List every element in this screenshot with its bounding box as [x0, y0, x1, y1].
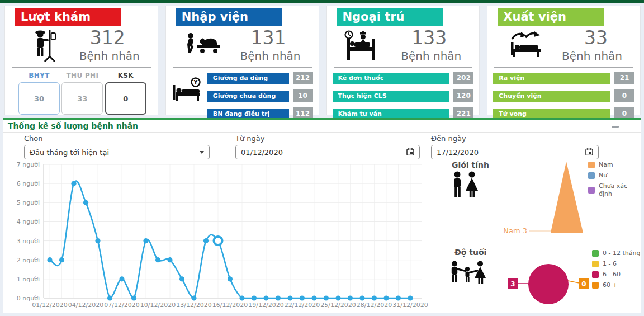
- legend-label: 60 +: [603, 281, 618, 289]
- svg-text:10/12/2020: 10/12/2020: [140, 301, 176, 309]
- legend-swatch: [592, 271, 599, 278]
- svg-text:5 người: 5 người: [17, 199, 40, 206]
- row-value: 0: [614, 89, 634, 102]
- legend-label: 0 - 12 tháng: [603, 249, 640, 257]
- legend-item[interactable]: 0 - 12 tháng: [592, 249, 640, 257]
- legend-swatch: [592, 282, 599, 289]
- statistics-panel: Thống kê số lượng bệnh nhân Chọn Đầu thá…: [3, 118, 641, 313]
- discharge-bed-icon: [509, 30, 543, 62]
- svg-text:04/12/2020: 04/12/2020: [68, 301, 103, 309]
- legend-item[interactable]: Nữ: [588, 172, 641, 180]
- legend-swatch: [588, 187, 595, 194]
- to-date-value: 17/12/2020: [437, 148, 479, 157]
- thu-phi-label: THU PHI: [61, 72, 103, 79]
- card-title-nhap-vien: Nhập viện: [176, 8, 282, 26]
- ksk-label: KSK: [105, 72, 146, 79]
- patient-iv-icon: [32, 29, 56, 64]
- svg-text:4 người: 4 người: [17, 218, 40, 225]
- top-green-bar: [0, 0, 644, 3]
- row-label: Kê đơn thuốc: [333, 73, 450, 84]
- svg-text:2 người: 2 người: [17, 257, 40, 264]
- bed-fee-icon: ¥: [172, 72, 207, 120]
- legend-swatch: [588, 162, 595, 168]
- minimize-icon[interactable]: [612, 126, 619, 128]
- svg-text:22/12/2020: 22/12/2020: [285, 301, 320, 309]
- age-pie-chart[interactable]: 30: [503, 257, 604, 313]
- card-divider: [494, 67, 633, 68]
- stretcher-icon: [185, 32, 222, 60]
- legend-label: 6 - 60: [603, 271, 621, 279]
- svg-text:28/12/2020: 28/12/2020: [357, 301, 392, 309]
- bhyt-label: BHYT: [18, 72, 60, 79]
- row-value: 120: [453, 89, 473, 102]
- legend-item[interactable]: 1 - 6: [592, 260, 640, 268]
- legend-item[interactable]: Chưa xác định: [588, 182, 641, 198]
- to-date-label: Đến ngày: [431, 134, 466, 143]
- row-value: 21: [614, 72, 634, 84]
- card-title-ngoai-tru: Ngoại trú: [337, 8, 443, 26]
- svg-text:25/12/2020: 25/12/2020: [320, 301, 356, 309]
- card-ngoai-tru: Ngoại trú 133 Bệnh nhân Kê đơn: [326, 6, 480, 115]
- gender-funnel-chart[interactable]: Nam 3: [492, 154, 595, 238]
- svg-text:Nam 3: Nam 3: [503, 227, 527, 235]
- ksk-value-box: 0: [105, 82, 146, 115]
- gender-legend: Nam Nữ Chưa xác định: [588, 161, 641, 198]
- outpatient-bed-icon: [343, 30, 380, 64]
- thu-phi-value-box: 33: [61, 82, 103, 115]
- card-nhap-vien: Nhập viện 131 Bệnh nhân: [165, 6, 319, 115]
- svg-text:16/12/2020: 16/12/2020: [212, 301, 248, 309]
- gender-title: Giới tính: [452, 161, 489, 169]
- legend-swatch: [592, 250, 599, 257]
- legend-swatch: [592, 261, 599, 267]
- card-title-luot-kham: Lượt khám: [15, 8, 121, 26]
- svg-text:31/12/2020: 31/12/2020: [392, 301, 428, 309]
- svg-text:3: 3: [510, 280, 515, 288]
- age-title: Độ tuổi: [454, 248, 486, 257]
- row-label: Chuyển viện: [493, 91, 610, 102]
- age-legend: 0 - 12 tháng 1 - 6 6 - 60 60 +: [592, 249, 640, 289]
- svg-text:19/12/2020: 19/12/2020: [248, 301, 283, 309]
- legend-label: 1 - 6: [603, 260, 617, 268]
- svg-text:7 người: 7 người: [17, 161, 40, 168]
- legend-item[interactable]: Nam: [588, 161, 641, 169]
- row-label: Thực hiện CLS: [333, 91, 450, 102]
- legend-label: Nữ: [599, 172, 607, 180]
- legend-item[interactable]: 60 +: [592, 281, 640, 289]
- svg-text:13/12/2020: 13/12/2020: [176, 301, 211, 309]
- patient-count-line-chart[interactable]: 0 người1 người2 người3 người4 người5 ngư…: [3, 120, 433, 314]
- svg-text:07/12/2020: 07/12/2020: [104, 301, 139, 309]
- card-title-xuat-vien: Xuất viện: [498, 8, 604, 26]
- svg-text:6 người: 6 người: [17, 180, 40, 187]
- legend-label: Chưa xác định: [599, 182, 641, 198]
- card-divider: [334, 67, 473, 68]
- summary-cards-row: Lượt khám 312 Bệnh nhân BHYT: [4, 6, 641, 115]
- male-female-icon: [450, 171, 480, 205]
- row-value: 202: [453, 72, 473, 84]
- card-divider: [173, 67, 312, 68]
- legend-swatch: [588, 172, 595, 179]
- card-luot-kham: Lượt khám 312 Bệnh nhân BHYT: [4, 6, 158, 115]
- svg-text:1 người: 1 người: [17, 276, 40, 283]
- svg-text:0: 0: [581, 280, 586, 288]
- bhyt-value-box: 30: [18, 82, 60, 115]
- legend-item[interactable]: 6 - 60: [592, 271, 640, 279]
- row-value: 10: [293, 89, 313, 102]
- svg-text:¥: ¥: [193, 79, 197, 86]
- svg-text:01/12/2020: 01/12/2020: [32, 301, 67, 309]
- row-label: Ra viện: [493, 73, 610, 84]
- card-divider: [12, 67, 151, 68]
- family-icon: [449, 261, 486, 290]
- row-value: 212: [293, 72, 313, 84]
- svg-text:3 người: 3 người: [17, 238, 40, 245]
- legend-label: Nam: [599, 161, 613, 169]
- card-xuat-vien: Xuất viện 33 Bệnh nhân Ra viện2: [487, 6, 641, 115]
- row-label: Giường đã dùng: [207, 73, 289, 84]
- row-label: Giường chưa dùng: [207, 91, 289, 102]
